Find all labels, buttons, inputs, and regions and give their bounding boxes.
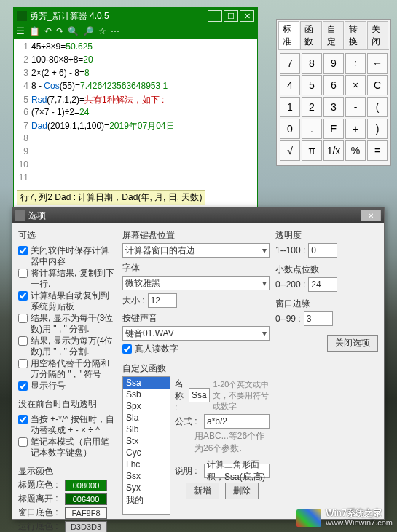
keypad-key[interactable]: 3 xyxy=(323,97,344,117)
list-item[interactable]: Syx xyxy=(123,482,170,493)
calc-line[interactable]: 5Rsd(7,7,1,2)=共有1种解法，如下 : xyxy=(15,94,256,107)
voice-checkbox[interactable]: 真人读数字 xyxy=(122,344,270,354)
option-checkbox[interactable]: 笔记本模式（启用笔记本数字键盘） xyxy=(18,437,117,458)
color-chip[interactable]: FAF9F8 xyxy=(65,507,107,519)
close-options-button[interactable]: 关闭选项 xyxy=(327,335,378,352)
keypad-key[interactable]: √ xyxy=(280,140,300,161)
zoom-out-icon[interactable]: 🔍 xyxy=(68,26,79,36)
keyboard-pos-dropdown[interactable]: 计算器窗口的右边 xyxy=(122,243,270,258)
list-item[interactable]: Ssb xyxy=(123,389,170,400)
keypad-key[interactable]: C xyxy=(367,75,388,95)
keypad-key[interactable]: 6 xyxy=(323,75,344,95)
func-name-input[interactable]: Ssa xyxy=(189,388,211,402)
star-icon[interactable]: ☆ xyxy=(98,26,106,36)
func-formula-input[interactable]: a*b/2 xyxy=(204,414,270,429)
option-checkbox[interactable]: 当按 +-*/^ 按钮时，自动替换成 + - × ÷ ^ xyxy=(18,414,117,436)
options-icon xyxy=(15,210,25,221)
options-titlebar[interactable]: 选项 ✕ xyxy=(12,207,384,223)
option-checkbox[interactable]: 将计算结果, 复制到下一行. xyxy=(18,268,117,290)
redo-icon[interactable]: ↷ xyxy=(56,26,63,36)
keypad-key[interactable]: 4 xyxy=(280,75,300,95)
undo-icon[interactable]: ↶ xyxy=(44,26,52,36)
calc-line[interactable]: 9 xyxy=(15,146,256,159)
options-close-button[interactable]: ✕ xyxy=(361,210,381,221)
more-icon[interactable]: ⋯ xyxy=(111,26,119,36)
keypad-key[interactable]: 7 xyxy=(280,53,300,74)
calc-line[interactable]: 8 xyxy=(15,133,256,146)
color-chip[interactable]: 006400 xyxy=(65,493,107,505)
keypad-key[interactable]: π xyxy=(302,140,322,161)
keypad-key[interactable]: ) xyxy=(367,119,388,139)
calc-line[interactable]: 6(7×7 - 1)÷2=24 xyxy=(15,107,256,120)
list-item[interactable]: 我的 xyxy=(123,493,170,507)
list-item[interactable]: Ssx xyxy=(123,470,170,482)
calc-line[interactable]: 2100-80×8÷8=20 xyxy=(15,55,256,68)
calc-line[interactable]: 48 - Cos(55)=7.426423563648953 1 xyxy=(15,81,256,94)
calc-line[interactable]: 7Dad(2019,1,1,100)=2019年07月04日 xyxy=(15,120,256,133)
list-item[interactable]: Ssa xyxy=(123,377,170,389)
line-number: 10 xyxy=(15,159,31,170)
font-dropdown[interactable]: 微软雅黑 xyxy=(122,276,270,290)
list-item[interactable]: Cyc xyxy=(123,447,170,458)
keypad-key[interactable]: = xyxy=(367,140,388,161)
section-optional: 可选 xyxy=(18,229,117,242)
option-checkbox[interactable]: 显示行号 xyxy=(18,381,117,392)
keypad-key[interactable]: 1/x xyxy=(323,140,344,161)
keypad-tab[interactable]: 关闭 xyxy=(367,21,388,49)
keypad-key[interactable]: + xyxy=(345,119,366,139)
keypad-key[interactable]: 1 xyxy=(280,97,300,117)
option-checkbox[interactable]: 计算结果自动复制到系统剪贴板 xyxy=(18,290,117,312)
option-checkbox[interactable]: 关闭软件时保存计算器中内容 xyxy=(18,245,117,267)
keypad-tab[interactable]: 转换 xyxy=(345,21,366,49)
list-item[interactable]: Slb xyxy=(123,424,170,435)
zoom-in-icon[interactable]: 🔎 xyxy=(83,26,94,36)
keypad-tab[interactable]: 自定 xyxy=(323,21,344,49)
keypad-key[interactable]: E xyxy=(323,119,344,139)
keypad-tab[interactable]: 标准 xyxy=(278,21,299,49)
calc-titlebar[interactable]: 勇芳_新计算器 4.0.5 – ☐ ✕ xyxy=(14,8,257,24)
trans-input[interactable]: 0 xyxy=(308,243,337,258)
func-delete-button[interactable]: 删除 xyxy=(225,483,259,499)
paste-icon[interactable]: 📋 xyxy=(29,26,40,36)
calc-line[interactable]: 10 xyxy=(15,159,256,172)
func-desc-input[interactable]: 计算三角形面积，Ssa(底,高) xyxy=(204,464,270,478)
close-button[interactable]: ✕ xyxy=(240,10,254,22)
option-checkbox[interactable]: 结果, 显示为每千(3位数)用 " , " 分割. xyxy=(18,313,117,335)
minimize-button[interactable]: – xyxy=(208,10,222,22)
keypad-key[interactable]: % xyxy=(345,140,366,161)
function-listbox[interactable]: SsaSsbSpxSlaSlbStxCycLhcSsxSyx我的 xyxy=(122,376,170,515)
keypad-key[interactable]: ← xyxy=(367,53,388,74)
keypad-key[interactable]: 9 xyxy=(323,53,344,74)
keypad-key[interactable]: 8 xyxy=(302,53,322,74)
keypad-key[interactable]: ( xyxy=(367,97,388,117)
keypad-key[interactable]: ÷ xyxy=(345,53,366,74)
keypad-key[interactable]: . xyxy=(302,119,322,139)
maximize-button[interactable]: ☐ xyxy=(224,10,238,22)
list-item[interactable]: Stx xyxy=(123,435,170,447)
list-item[interactable]: Lhc xyxy=(123,458,170,470)
list-item[interactable]: Spx xyxy=(123,400,170,412)
keypad-tab[interactable]: 函数 xyxy=(300,21,321,49)
sound-dropdown[interactable]: 键音01.WAV xyxy=(122,326,270,341)
calc-editor[interactable]: 145÷8×9=50.6252100-80×8÷8=2032×(2 + 6) -… xyxy=(14,39,257,188)
line-number: 9 xyxy=(15,146,31,156)
keypad-key[interactable]: × xyxy=(345,75,366,95)
status-bar: 行7, 列2 Dad : 计算日期，Dad(年, 月, 日, 天数) xyxy=(17,190,205,205)
calc-line[interactable]: 11 xyxy=(15,172,256,186)
color-chip[interactable]: 008000 xyxy=(65,480,107,491)
list-item[interactable]: Sla xyxy=(123,412,170,424)
option-checkbox[interactable]: 用空格代替千分隔和万分隔的 " , " 符号 xyxy=(18,358,117,380)
menu-icon[interactable]: ☰ xyxy=(17,26,25,36)
font-size-input[interactable]: 12 xyxy=(148,293,177,308)
keypad-key[interactable]: 0 xyxy=(280,119,300,139)
dec-input[interactable]: 24 xyxy=(308,277,337,292)
keypad-key[interactable]: 5 xyxy=(302,75,322,95)
color-chip[interactable]: D3D3D3 xyxy=(65,521,107,533)
keypad-key[interactable]: 2 xyxy=(302,97,322,117)
calc-line[interactable]: 145÷8×9=50.625 xyxy=(15,41,256,55)
calc-line[interactable]: 32×(2 + 6) - 8=8 xyxy=(15,68,256,81)
func-new-button[interactable]: 新增 xyxy=(186,483,219,499)
option-checkbox[interactable]: 结果, 显示为每万(4位数)用 " , " 分割. xyxy=(18,336,117,357)
pad-input[interactable]: 3 xyxy=(304,311,333,326)
keypad-key[interactable]: - xyxy=(345,97,366,117)
